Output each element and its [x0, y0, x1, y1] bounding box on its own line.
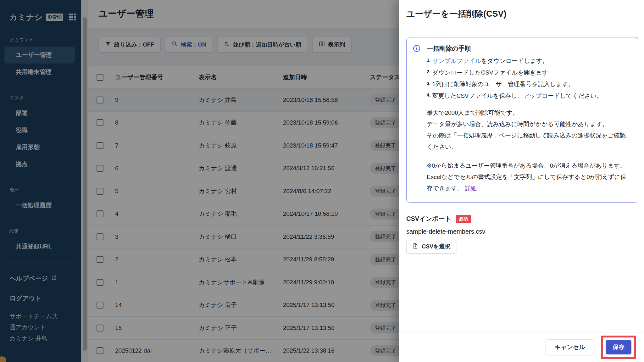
- step-text: ダウンロードしたCSVファイルを開きます。: [432, 69, 554, 76]
- bulk-delete-drawer: ユーザーを一括削除(CSV) 一括削除の手順 1.サンプルファイルをダウンロード…: [399, 0, 644, 362]
- instructions-heading: 一括削除の手順: [427, 44, 629, 53]
- csv-select-button[interactable]: CSVを選択: [406, 240, 456, 253]
- step-text: 1列目に削除対象のユーザー管理番号を記入します。: [432, 81, 574, 88]
- drawer-body: 一括削除の手順 1.サンプルファイルをダウンロードします。2.ダウンロードしたC…: [399, 29, 644, 253]
- drawer-footer: キャンセル 保存: [399, 332, 644, 362]
- drawer-titlebar: ユーザーを一括削除(CSV): [399, 0, 644, 29]
- csv-import-label: CSVインポート: [406, 214, 451, 223]
- csv-import-section: CSVインポート 必須 sample-delete-members.csv CS…: [406, 214, 638, 253]
- instruction-step: 2.ダウンロードしたCSVファイルを開きます。: [427, 69, 629, 76]
- instructions-steps: 1.サンプルファイルをダウンロードします。2.ダウンロードしたCSVファイルを開…: [427, 57, 629, 100]
- file-upload-icon: [412, 243, 419, 251]
- step-number: 2.: [427, 69, 431, 74]
- zero-warning-text: ※0から始まるユーザー管理番号がある場合、0が消える場合があります。Excelな…: [427, 162, 626, 192]
- instructions-info-box: 一括削除の手順 1.サンプルファイルをダウンロードします。2.ダウンロードしたC…: [406, 37, 638, 203]
- sample-file-link[interactable]: サンプルファイル: [432, 58, 481, 64]
- info-icon: [413, 45, 420, 52]
- instructions-notes: 最大で2000人まで削除可能です。データ量が多い場合、読み込みに時間がかかる可能…: [427, 107, 629, 153]
- zero-warning: ※0から始まるユーザー管理番号がある場合、0が消える場合があります。Excelな…: [427, 160, 629, 194]
- csv-filename: sample-delete-members.csv: [406, 228, 638, 235]
- step-text: サンプルファイルをダウンロードします。: [432, 57, 548, 65]
- instruction-step: 3.1列目に削除対象のユーザー管理番号を記入します。: [427, 81, 629, 88]
- cancel-button[interactable]: キャンセル: [546, 339, 594, 355]
- note-line: その際は「一括処理履歴」ページに移動して読み込みの進捗状況をご確認ください。: [427, 130, 629, 153]
- detail-link[interactable]: 詳細: [465, 185, 477, 192]
- step-text: 変更したCSVファイルを保存し、アップロードしてください。: [432, 92, 603, 100]
- step-number: 1.: [427, 57, 431, 63]
- csv-select-button-label: CSVを選択: [422, 243, 450, 250]
- drawer-title: ユーザーを一括削除(CSV): [406, 8, 636, 19]
- save-button[interactable]: 保存: [606, 340, 631, 354]
- note-line: データ量が多い場合、読み込みに時間がかかる可能性があります。: [427, 119, 629, 130]
- instruction-step: 4.変更したCSVファイルを保存し、アップロードしてください。: [427, 92, 629, 100]
- step-number: 3.: [427, 81, 431, 86]
- step-number: 4.: [427, 92, 431, 97]
- note-line: 最大で2000人まで削除可能です。: [427, 107, 629, 119]
- click-annotation-box: 保存: [601, 336, 636, 359]
- required-badge: 必須: [456, 215, 471, 223]
- instruction-step: 1.サンプルファイルをダウンロードします。: [427, 57, 629, 65]
